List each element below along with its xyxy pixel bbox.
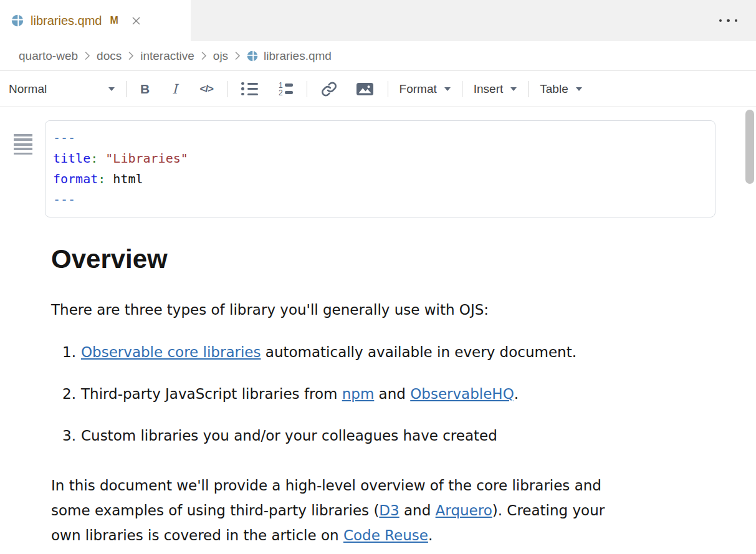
toolbar-divider (462, 81, 462, 97)
numbered-list-button[interactable]: 1 2 (274, 80, 297, 98)
breadcrumb-item-interactive[interactable]: interactive (140, 49, 194, 63)
list-item-number: 3. (62, 427, 81, 444)
formatting-toolbar: Normal B I </> (0, 71, 756, 107)
vertical-scrollbar-thumb[interactable] (745, 110, 754, 184)
code-line: --- (53, 128, 707, 148)
table-menu[interactable]: Table (538, 80, 583, 98)
chevron-down-icon (444, 87, 451, 91)
tab-libraries-qmd[interactable]: libraries.qmd M (0, 0, 191, 41)
heading-overview[interactable]: Overview (51, 246, 756, 272)
list-item[interactable]: 2. Third-party JavaScript libraries from… (51, 386, 756, 403)
chevron-down-icon (576, 87, 582, 91)
code-button[interactable]: </> (196, 80, 217, 98)
italic-button[interactable]: I (168, 79, 181, 99)
closing-paragraph[interactable]: In this document we'll provide a high-le… (51, 473, 756, 548)
breadcrumb-item-ojs[interactable]: ojs (213, 49, 228, 63)
bold-button[interactable]: B (136, 79, 153, 99)
italic-icon: I (172, 82, 177, 97)
dot (727, 19, 730, 22)
paragraph-style-value: Normal (9, 82, 47, 96)
code-line: title: "Libraries" (53, 148, 707, 169)
library-types-list: 1. Observable core libraries automatical… (51, 344, 756, 444)
link-icon (321, 81, 337, 97)
list-item-text: Custom libraries you and/or your colleag… (81, 427, 497, 444)
image-icon (356, 82, 374, 97)
inline-link[interactable]: Arquero (436, 502, 492, 518)
modified-badge: M (110, 15, 118, 26)
chevron-right-icon (201, 50, 207, 61)
intro-paragraph[interactable]: There are three types of library you'll … (51, 302, 756, 318)
chevron-down-icon (510, 87, 517, 91)
chevron-right-icon (84, 50, 90, 61)
list-item[interactable]: 3. Custom libraries you and/or your coll… (51, 427, 756, 444)
format-menu[interactable]: Format (398, 80, 452, 98)
breadcrumb-item-quarto-web[interactable]: quarto-web (19, 49, 78, 63)
chevron-right-icon (234, 50, 241, 61)
tab-title: libraries.qmd (31, 14, 102, 28)
format-menu-label: Format (400, 82, 437, 96)
list-item-text: Observable core libraries automatically … (81, 344, 577, 361)
code-icon: </> (199, 83, 213, 95)
block-drag-handle-icon[interactable] (14, 134, 32, 155)
breadcrumb: quarto-web docs interactive ojs librarie… (0, 41, 756, 71)
close-tab-icon[interactable] (132, 16, 141, 26)
code-line: --- (53, 189, 707, 210)
inline-link[interactable]: Code Reuse (343, 527, 428, 543)
breadcrumb-file-label: libraries.qmd (264, 49, 332, 63)
insert-menu[interactable]: Insert (472, 80, 519, 98)
editor-surface[interactable]: ---title: "Libraries"format: html--- Ove… (0, 120, 756, 554)
table-menu-label: Table (540, 82, 568, 96)
toolbar-divider (388, 81, 388, 97)
inline-link[interactable]: ObservableHQ (410, 386, 514, 402)
link-button[interactable] (317, 79, 341, 100)
list-item-number: 1. (62, 344, 81, 361)
quarto-file-icon (11, 14, 24, 27)
tab-bar: libraries.qmd M (0, 0, 756, 41)
toolbar-divider (307, 81, 307, 97)
list-item[interactable]: 1. Observable core libraries automatical… (51, 344, 756, 361)
bullet-list-icon (241, 82, 258, 96)
dot (735, 19, 738, 22)
insert-menu-label: Insert (474, 82, 504, 96)
breadcrumb-item-docs[interactable]: docs (97, 49, 122, 63)
dot (719, 19, 722, 22)
bold-icon: B (140, 82, 150, 97)
list-item-number: 2. (62, 386, 81, 403)
chevron-right-icon (128, 50, 134, 61)
yaml-front-matter-block[interactable]: ---title: "Libraries"format: html--- (45, 120, 715, 217)
toolbar-divider (227, 81, 227, 97)
chevron-down-icon (108, 87, 115, 91)
breadcrumb-item-file[interactable]: libraries.qmd (247, 49, 332, 63)
image-button[interactable] (352, 79, 378, 99)
inline-link[interactable]: Observable core libraries (81, 344, 261, 360)
inline-link[interactable]: D3 (379, 502, 399, 518)
toolbar-divider (126, 81, 127, 97)
toolbar-divider (528, 81, 529, 97)
more-actions-icon[interactable] (717, 16, 740, 26)
quarto-file-icon (247, 50, 258, 62)
code-line: format: html (53, 169, 707, 189)
paragraph-style-select[interactable]: Normal (9, 82, 116, 96)
visual-editor-window: libraries.qmd M quarto-web docs interact… (0, 0, 756, 554)
list-item-text: Third-party JavaScript libraries from np… (81, 386, 519, 403)
bullet-list-button[interactable] (237, 80, 262, 98)
inline-link[interactable]: npm (342, 386, 375, 402)
numbered-list-icon: 1 2 (278, 82, 293, 96)
